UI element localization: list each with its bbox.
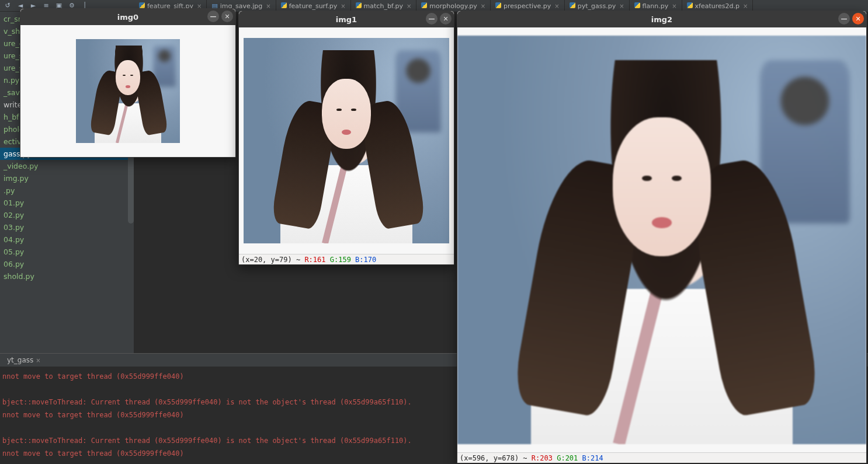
file-tree-item[interactable]: 03.py bbox=[0, 221, 134, 233]
python-file-icon bbox=[421, 2, 427, 10]
python-file-icon bbox=[687, 2, 693, 10]
python-file-icon bbox=[356, 2, 362, 10]
editor-tab[interactable]: prespective.py× bbox=[491, 0, 565, 12]
minimize-button[interactable]: — bbox=[207, 11, 219, 22]
photo-image bbox=[457, 36, 866, 444]
editor-tab-label: pyt_gass.py bbox=[578, 2, 616, 10]
pixel-coords: (x=20, y=79) ~ bbox=[241, 256, 304, 264]
editor-tab[interactable]: match_bf.py× bbox=[351, 0, 417, 12]
cv-window-img2[interactable]: img2 — ✕ (x=596, y=678) ~ R:203 G:201 B:… bbox=[457, 11, 867, 463]
python-file-icon bbox=[634, 2, 640, 10]
close-icon[interactable]: × bbox=[672, 3, 676, 9]
close-icon[interactable]: × bbox=[341, 3, 345, 9]
editor-tab[interactable]: pyt_gass.py× bbox=[565, 0, 630, 12]
console-tab-label: yt_gass bbox=[7, 356, 33, 364]
image-canvas[interactable] bbox=[20, 25, 235, 157]
pixel-b: B:214 bbox=[582, 454, 603, 462]
cv-window-img0[interactable]: img0 — ✕ bbox=[20, 8, 236, 158]
pixel-g: G:159 bbox=[330, 256, 351, 264]
pixel-b: B:170 bbox=[355, 256, 376, 264]
window-title: img1 bbox=[336, 15, 357, 24]
status-bar: (x=596, y=678) ~ R:203 G:201 B:214 bbox=[457, 452, 866, 463]
titlebar[interactable]: img2 — ✕ bbox=[457, 11, 866, 27]
editor-tab-label: xfeatures2d.p bbox=[695, 2, 739, 10]
python-file-icon bbox=[281, 2, 287, 10]
file-tree-item[interactable]: 04.py bbox=[0, 233, 134, 246]
pixel-g: G:201 bbox=[557, 454, 578, 462]
window-title: img2 bbox=[651, 15, 672, 24]
editor-tab[interactable]: morphology.py× bbox=[416, 0, 491, 12]
console-tab[interactable]: yt_gass × bbox=[4, 355, 44, 365]
titlebar[interactable]: img1 — ✕ bbox=[239, 11, 454, 27]
close-icon[interactable]: × bbox=[481, 3, 485, 9]
minimize-button[interactable]: — bbox=[838, 13, 850, 25]
close-icon[interactable]: × bbox=[743, 3, 748, 9]
close-button[interactable]: ✕ bbox=[852, 13, 864, 25]
file-tree-item[interactable]: .py bbox=[0, 184, 134, 197]
python-file-icon bbox=[570, 2, 575, 10]
titlebar[interactable]: img0 — ✕ bbox=[20, 9, 235, 25]
editor-tab-label: prespective.py bbox=[504, 2, 551, 10]
editor-tab[interactable]: flann.py× bbox=[630, 0, 682, 12]
close-icon[interactable]: × bbox=[619, 3, 624, 9]
close-icon[interactable]: × bbox=[36, 357, 40, 364]
file-tree-item[interactable]: 01.py bbox=[0, 197, 134, 209]
file-tree-item[interactable]: 06.py bbox=[0, 258, 134, 270]
python-file-icon bbox=[495, 2, 501, 10]
file-tree-item[interactable]: img.py bbox=[0, 172, 134, 184]
history-icon[interactable]: ↺ bbox=[2, 1, 13, 11]
editor-tab[interactable]: xfeatures2d.p× bbox=[682, 0, 754, 12]
close-icon[interactable]: × bbox=[407, 3, 411, 9]
window-title: img0 bbox=[117, 13, 138, 22]
file-tree-item[interactable]: _video.py bbox=[0, 160, 134, 172]
cv-window-img1[interactable]: img1 — ✕ (x=20, y=79) ~ R:161 G:159 B:17… bbox=[238, 11, 454, 265]
image-canvas[interactable] bbox=[239, 27, 454, 254]
file-tree-item[interactable]: shold.py bbox=[0, 270, 134, 282]
pixel-r: R:161 bbox=[304, 256, 325, 264]
editor-tab-label: flann.py bbox=[643, 2, 669, 10]
photo-image bbox=[76, 39, 180, 143]
close-icon[interactable]: × bbox=[266, 3, 270, 9]
pixel-r: R:203 bbox=[532, 454, 553, 462]
close-icon[interactable]: × bbox=[554, 3, 559, 9]
minimize-button[interactable]: — bbox=[426, 13, 438, 25]
pixel-coords: (x=596, y=678) ~ bbox=[460, 454, 532, 462]
editor-tab-label: match_bf.py bbox=[364, 2, 403, 10]
editor-tab-label: morphology.py bbox=[429, 2, 477, 10]
status-bar: (x=20, y=79) ~ R:161 G:159 B:170 bbox=[239, 254, 454, 264]
editor-tab-bar: feature_sift.py×▤img_save.jpg×feature_su… bbox=[134, 0, 868, 12]
photo-image bbox=[244, 38, 449, 243]
file-tree-item[interactable]: 02.py bbox=[0, 209, 134, 221]
editor-tab-label: feature_surf.py bbox=[289, 2, 338, 10]
close-button[interactable]: ✕ bbox=[440, 13, 452, 25]
image-canvas[interactable] bbox=[457, 27, 866, 452]
file-tree-item[interactable]: 05.py bbox=[0, 246, 134, 258]
editor-tab[interactable]: feature_surf.py× bbox=[276, 0, 351, 12]
close-button[interactable]: ✕ bbox=[221, 11, 233, 22]
